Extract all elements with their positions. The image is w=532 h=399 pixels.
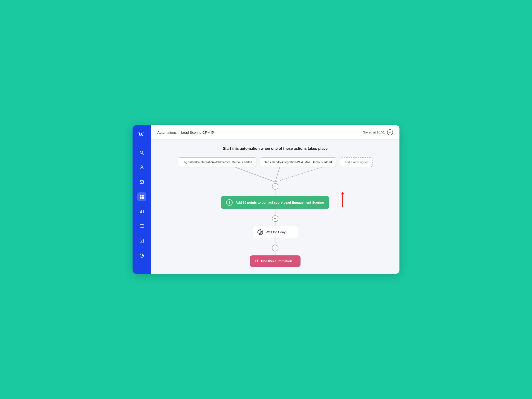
breadcrumb-automations[interactable]: Automations xyxy=(157,130,177,134)
svg-rect-10 xyxy=(141,210,142,213)
svg-rect-7 xyxy=(140,197,141,199)
action-node-green-label: Add 60 points to contact score Lead Enga… xyxy=(235,201,324,204)
action-node-green[interactable]: $ Add 60 points to contact score Lead En… xyxy=(221,196,329,209)
vertical-line-1 xyxy=(275,209,275,215)
dollar-sign: $ xyxy=(229,201,231,204)
breadcrumb: Automations / Lead Scoring CRM 5º xyxy=(157,130,215,134)
app-window: W xyxy=(133,125,399,274)
plus-connector-1[interactable]: + xyxy=(272,215,279,222)
sidebar-item-insights[interactable] xyxy=(137,251,146,260)
plus-connector-2[interactable]: + xyxy=(272,245,279,251)
breadcrumb-current: Lead Scoring CRM 5º xyxy=(181,130,215,134)
svg-line-18 xyxy=(275,167,280,182)
flow-container: Tag calendly-integration-Wildmetrics_Dem… xyxy=(156,157,395,267)
history-icon[interactable] xyxy=(387,129,393,135)
vertical-line-0 xyxy=(275,190,275,196)
header: Automations / Lead Scoring CRM 5º Saved … xyxy=(151,125,399,140)
dollar-icon: $ xyxy=(226,199,233,206)
trigger-node-add[interactable]: Add a new trigger xyxy=(340,157,373,167)
svg-text:W: W xyxy=(138,131,144,138)
canvas: Start this automation when one of these … xyxy=(151,140,399,274)
svg-rect-5 xyxy=(140,195,141,196)
header-right: Saved at 16:51 xyxy=(363,129,393,135)
svg-line-2 xyxy=(142,153,144,154)
main-content: Automations / Lead Scoring CRM 5º Saved … xyxy=(151,125,399,274)
svg-rect-4 xyxy=(140,181,144,184)
trigger-node-0[interactable]: Tag calendly-integration-Wildmetrics_Dem… xyxy=(178,157,256,167)
svg-rect-8 xyxy=(142,197,144,199)
action-node-end[interactable]: ↺ End this automation xyxy=(250,255,301,267)
svg-line-19 xyxy=(275,167,322,182)
sidebar: W xyxy=(133,125,151,274)
saved-label: Saved at 16:51 xyxy=(363,130,385,134)
converging-lines-svg xyxy=(195,167,356,183)
red-arrow xyxy=(341,192,344,207)
sidebar-item-chat[interactable] xyxy=(137,222,146,231)
red-arrow-line xyxy=(342,194,343,207)
sidebar-item-reports[interactable] xyxy=(137,237,146,245)
action-node-green-wrapper: $ Add 60 points to contact score Lead En… xyxy=(221,196,329,209)
end-node-label: End this automation xyxy=(261,259,292,263)
wait-node-label: Wait for 1 day xyxy=(266,230,285,234)
app-logo[interactable]: W xyxy=(137,129,146,139)
sidebar-item-search[interactable] xyxy=(137,148,146,157)
app-layout: W xyxy=(133,125,399,274)
sidebar-item-analytics[interactable] xyxy=(137,207,146,216)
svg-line-22 xyxy=(260,232,261,233)
sidebar-item-contacts[interactable] xyxy=(137,163,146,172)
trigger-node-1[interactable]: Tag calendly-integration-Wild_Mail_Demo … xyxy=(260,157,336,167)
plus-connector-0[interactable]: + xyxy=(272,183,279,190)
sidebar-item-automations[interactable] xyxy=(137,192,146,201)
svg-rect-6 xyxy=(142,195,144,196)
breadcrumb-separator: / xyxy=(178,130,179,134)
vertical-line-4 xyxy=(275,251,275,255)
sidebar-item-email[interactable] xyxy=(137,178,146,186)
refresh-icon: ↺ xyxy=(255,259,258,264)
outer-container: W xyxy=(121,111,411,288)
red-arrow-head xyxy=(341,192,344,194)
canvas-title: Start this automation when one of these … xyxy=(223,146,327,151)
clock-icon xyxy=(258,229,263,235)
sidebar-nav xyxy=(137,148,146,270)
vertical-line-2 xyxy=(275,222,275,226)
vertical-line-3 xyxy=(275,238,275,245)
svg-line-17 xyxy=(235,167,275,182)
svg-rect-11 xyxy=(143,210,144,213)
action-node-wait[interactable]: Wait for 1 day xyxy=(252,226,298,238)
svg-point-3 xyxy=(141,166,143,168)
triggers-row: Tag calendly-integration-Wildmetrics_Dem… xyxy=(178,157,373,167)
svg-rect-9 xyxy=(140,211,141,213)
